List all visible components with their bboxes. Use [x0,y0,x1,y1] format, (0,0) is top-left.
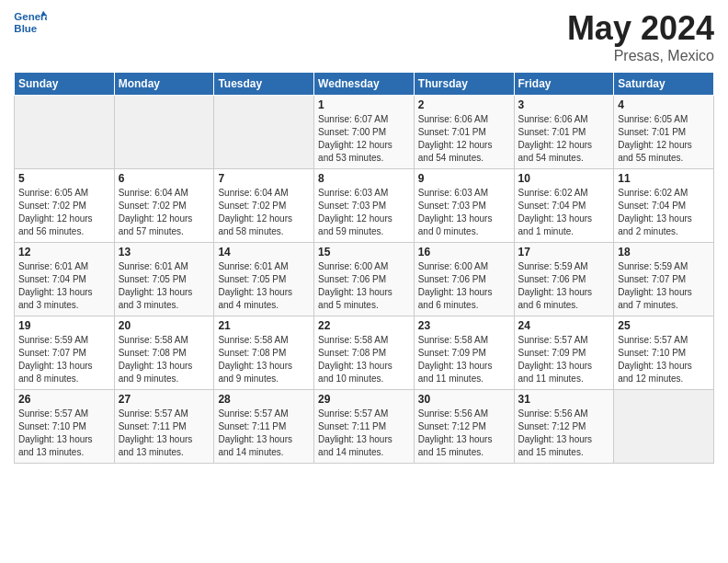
day-info: Sunrise: 6:06 AM Sunset: 7:01 PM Dayligh… [518,113,610,165]
day-info: Sunrise: 6:02 AM Sunset: 7:04 PM Dayligh… [518,187,610,238]
col-monday: Monday [114,73,214,96]
day-info: Sunrise: 6:06 AM Sunset: 7:01 PM Dayligh… [418,113,510,165]
day-info: Sunrise: 5:57 AM Sunset: 7:11 PM Dayligh… [318,408,410,459]
day-info: Sunrise: 5:59 AM Sunset: 7:06 PM Dayligh… [518,260,610,312]
day-number: 14 [218,246,310,259]
table-row: 23Sunrise: 5:58 AM Sunset: 7:09 PM Dayli… [414,316,514,390]
table-row: 19Sunrise: 5:59 AM Sunset: 7:07 PM Dayli… [15,316,115,390]
table-row: 29Sunrise: 5:57 AM Sunset: 7:11 PM Dayli… [314,390,415,464]
day-number: 25 [618,319,710,332]
day-info: Sunrise: 5:59 AM Sunset: 7:07 PM Dayligh… [18,334,110,385]
day-number: 24 [518,319,610,332]
day-number: 2 [418,98,510,111]
table-row: 2Sunrise: 6:06 AM Sunset: 7:01 PM Daylig… [414,96,514,169]
table-row: 1Sunrise: 6:07 AM Sunset: 7:00 PM Daylig… [314,96,415,169]
table-row: 12Sunrise: 6:01 AM Sunset: 7:04 PM Dayli… [15,243,115,316]
table-row: 11Sunrise: 6:02 AM Sunset: 7:04 PM Dayli… [614,169,714,243]
day-info: Sunrise: 6:03 AM Sunset: 7:03 PM Dayligh… [318,187,410,238]
day-info: Sunrise: 6:04 AM Sunset: 7:02 PM Dayligh… [218,187,310,238]
day-info: Sunrise: 5:58 AM Sunset: 7:08 PM Dayligh… [119,334,210,385]
table-row: 27Sunrise: 5:57 AM Sunset: 7:11 PM Dayli… [114,390,214,464]
day-number: 11 [618,172,710,185]
day-number: 19 [18,319,110,332]
day-info: Sunrise: 6:02 AM Sunset: 7:04 PM Dayligh… [618,187,710,238]
col-sunday: Sunday [15,73,115,96]
day-number: 8 [318,172,410,185]
col-saturday: Saturday [614,73,714,96]
calendar: Sunday Monday Tuesday Wednesday Thursday… [14,72,714,464]
table-row: 15Sunrise: 6:00 AM Sunset: 7:06 PM Dayli… [314,243,415,316]
day-info: Sunrise: 6:01 AM Sunset: 7:05 PM Dayligh… [119,260,210,312]
day-number: 5 [18,172,110,185]
col-friday: Friday [514,73,614,96]
table-row: 9Sunrise: 6:03 AM Sunset: 7:03 PM Daylig… [414,169,514,243]
day-info: Sunrise: 5:57 AM Sunset: 7:11 PM Dayligh… [119,408,210,459]
table-row: 14Sunrise: 6:01 AM Sunset: 7:05 PM Dayli… [214,243,314,316]
day-number: 27 [119,393,210,406]
day-info: Sunrise: 5:58 AM Sunset: 7:09 PM Dayligh… [418,334,510,385]
day-number: 22 [318,319,410,332]
table-row [614,390,714,464]
day-info: Sunrise: 6:03 AM Sunset: 7:03 PM Dayligh… [418,187,510,238]
day-info: Sunrise: 5:57 AM Sunset: 7:10 PM Dayligh… [618,334,710,385]
day-number: 4 [618,98,710,111]
day-number: 28 [218,393,310,406]
table-row: 3Sunrise: 6:06 AM Sunset: 7:01 PM Daylig… [514,96,614,169]
day-number: 29 [318,393,410,406]
table-row: 4Sunrise: 6:05 AM Sunset: 7:01 PM Daylig… [614,96,714,169]
day-number: 23 [418,319,510,332]
day-info: Sunrise: 5:58 AM Sunset: 7:08 PM Dayligh… [218,334,310,385]
day-info: Sunrise: 6:00 AM Sunset: 7:06 PM Dayligh… [418,260,510,312]
page: General Blue May 2024 Presas, Mexico Sun… [0,0,728,563]
day-number: 31 [518,393,610,406]
main-title: May 2024 [567,9,714,48]
table-row: 20Sunrise: 5:58 AM Sunset: 7:08 PM Dayli… [114,316,214,390]
day-info: Sunrise: 5:57 AM Sunset: 7:11 PM Dayligh… [218,408,310,459]
table-row [214,96,314,169]
day-info: Sunrise: 5:59 AM Sunset: 7:07 PM Dayligh… [618,260,710,312]
table-row: 13Sunrise: 6:01 AM Sunset: 7:05 PM Dayli… [114,243,214,316]
table-row: 7Sunrise: 6:04 AM Sunset: 7:02 PM Daylig… [214,169,314,243]
table-row: 26Sunrise: 5:57 AM Sunset: 7:10 PM Dayli… [15,390,115,464]
table-row: 31Sunrise: 5:56 AM Sunset: 7:12 PM Dayli… [514,390,614,464]
day-number: 20 [119,319,210,332]
table-row: 17Sunrise: 5:59 AM Sunset: 7:06 PM Dayli… [514,243,614,316]
day-number: 21 [218,319,310,332]
sub-title: Presas, Mexico [567,48,714,64]
day-number: 26 [18,393,110,406]
day-info: Sunrise: 5:56 AM Sunset: 7:12 PM Dayligh… [418,408,510,459]
logo: General Blue [14,9,47,37]
day-number: 12 [18,246,110,259]
table-row: 18Sunrise: 5:59 AM Sunset: 7:07 PM Dayli… [614,243,714,316]
table-row: 22Sunrise: 5:58 AM Sunset: 7:08 PM Dayli… [314,316,415,390]
day-number: 9 [418,172,510,185]
day-info: Sunrise: 6:04 AM Sunset: 7:02 PM Dayligh… [119,187,210,238]
day-info: Sunrise: 6:00 AM Sunset: 7:06 PM Dayligh… [318,260,410,312]
day-number: 6 [119,172,210,185]
day-number: 7 [218,172,310,185]
table-row: 28Sunrise: 5:57 AM Sunset: 7:11 PM Dayli… [214,390,314,464]
day-number: 18 [618,246,710,259]
day-info: Sunrise: 5:56 AM Sunset: 7:12 PM Dayligh… [518,408,610,459]
table-row: 8Sunrise: 6:03 AM Sunset: 7:03 PM Daylig… [314,169,415,243]
day-number: 1 [318,98,410,111]
logo-icon: General Blue [14,9,47,37]
day-number: 30 [418,393,510,406]
table-row: 6Sunrise: 6:04 AM Sunset: 7:02 PM Daylig… [114,169,214,243]
day-info: Sunrise: 6:05 AM Sunset: 7:02 PM Dayligh… [18,187,110,238]
svg-text:General: General [14,11,47,22]
day-info: Sunrise: 6:01 AM Sunset: 7:05 PM Dayligh… [218,260,310,312]
col-tuesday: Tuesday [214,73,314,96]
col-thursday: Thursday [414,73,514,96]
table-row: 30Sunrise: 5:56 AM Sunset: 7:12 PM Dayli… [414,390,514,464]
table-row: 10Sunrise: 6:02 AM Sunset: 7:04 PM Dayli… [514,169,614,243]
day-number: 3 [518,98,610,111]
table-row: 5Sunrise: 6:05 AM Sunset: 7:02 PM Daylig… [15,169,115,243]
day-info: Sunrise: 6:07 AM Sunset: 7:00 PM Dayligh… [318,113,410,165]
title-block: May 2024 Presas, Mexico [567,9,714,64]
col-wednesday: Wednesday [314,73,415,96]
day-info: Sunrise: 5:57 AM Sunset: 7:10 PM Dayligh… [18,408,110,459]
day-info: Sunrise: 5:58 AM Sunset: 7:08 PM Dayligh… [318,334,410,385]
day-info: Sunrise: 5:57 AM Sunset: 7:09 PM Dayligh… [518,334,610,385]
table-row: 25Sunrise: 5:57 AM Sunset: 7:10 PM Dayli… [614,316,714,390]
